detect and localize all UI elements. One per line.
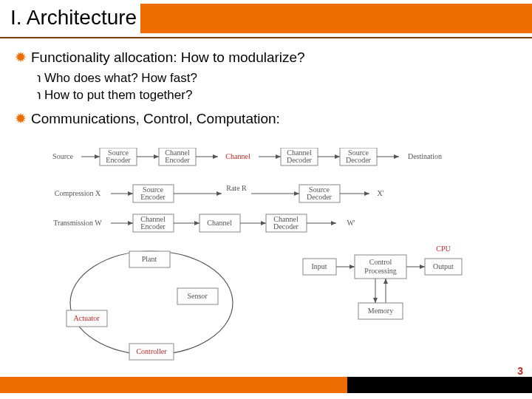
bullet-2: ✹Communications, Control, Computation: — [15, 110, 517, 127]
svg-text:Control: Control — [369, 258, 392, 266]
diagram-area: Source Source Encoder Channel Encoder Ch… — [44, 148, 488, 369]
diagrams-svg: Source Source Encoder Channel Encoder Ch… — [44, 148, 488, 369]
bullet-1b: ℩How to put them together? — [37, 87, 517, 103]
bullet-1a-text: Who does what? How fast? — [44, 71, 197, 85]
cpu-title: CPU — [436, 245, 451, 253]
compression-rate: Rate R — [226, 184, 247, 192]
comm-node-source: Source — [52, 152, 73, 160]
cpu-memory: Memory — [368, 307, 393, 315]
bullet-1: ✹Functionality allocation: How to modula… — [15, 49, 517, 66]
transmission-label: Transmission W — [53, 219, 102, 227]
transmission-row: Transmission W Channel Encoder Channel C… — [53, 214, 355, 232]
control-loop: Plant Sensor Actuator Controller — [66, 251, 233, 360]
comm-node-src-enc-2: Encoder — [106, 156, 131, 164]
header-accent-bar — [140, 4, 532, 33]
header-divider — [0, 37, 532, 38]
footer-black-block — [347, 377, 532, 393]
sensor-box: Sensor — [187, 292, 208, 300]
cpu-input: Input — [311, 262, 327, 270]
svg-text:Processing: Processing — [364, 267, 396, 275]
svg-text:Decoder: Decoder — [273, 222, 299, 231]
bullet-1-text: Functionality allocation: How to modular… — [31, 50, 305, 65]
transmission-channel: Channel — [207, 219, 232, 227]
svg-text:Encoder: Encoder — [140, 222, 166, 231]
cpu-block: CPU Input Control Processing Output Memo… — [303, 245, 462, 319]
svg-text:Encoder: Encoder — [140, 193, 166, 201]
bullet-icon: ✹ — [15, 50, 27, 65]
compression-label: Compression X — [55, 189, 101, 197]
bullet-1b-text: How to put them together? — [44, 88, 192, 102]
comm-node-src-dec-2: Decoder — [346, 156, 372, 164]
bullet-2-text: Communications, Control, Computation: — [31, 111, 280, 126]
comm-node-channel: Channel — [225, 152, 250, 160]
compression-row: Compression X Source Encoder Rate R Sour… — [55, 184, 384, 202]
sub-bullet-icon: ℩ — [37, 88, 41, 102]
controller-box: Controller — [136, 347, 167, 355]
page-number: 3 — [517, 365, 523, 377]
page-title: I. Architecture — [10, 6, 137, 30]
sub-bullet-icon: ℩ — [37, 71, 41, 85]
comm-node-dest: Destination — [408, 152, 442, 160]
compression-out: X' — [377, 189, 383, 197]
svg-text:Decoder: Decoder — [307, 193, 332, 201]
comm-node-ch-dec-2: Decoder — [287, 156, 313, 164]
content-area: ✹Functionality allocation: How to modula… — [15, 46, 517, 132]
plant-box: Plant — [142, 255, 157, 263]
transmission-out: W' — [347, 219, 355, 227]
bullet-icon: ✹ — [15, 111, 27, 126]
comm-node-ch-enc-2: Encoder — [165, 156, 190, 164]
cpu-output: Output — [433, 262, 454, 270]
bullet-1a: ℩Who does what? How fast? — [37, 70, 517, 86]
comm-chain-row: Source Source Encoder Channel Encoder Ch… — [52, 148, 442, 166]
actuator-box: Actuator — [74, 314, 100, 322]
